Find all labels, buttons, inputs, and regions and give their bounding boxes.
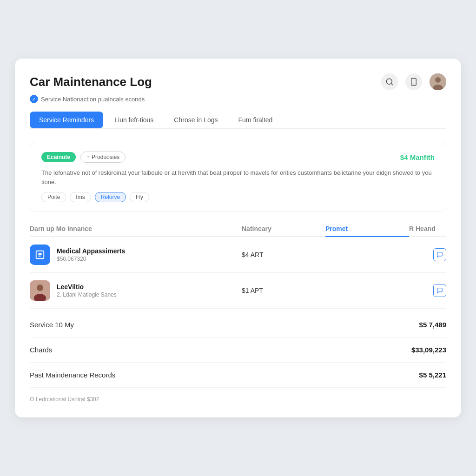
badge-outline-label: Produosies	[92, 154, 119, 160]
search-icon[interactable]	[381, 73, 398, 90]
svg-line-1	[391, 83, 392, 85]
row-action-1	[409, 248, 446, 261]
row-text-1: Medical Appassimerts $50.067320	[57, 247, 125, 262]
avatar[interactable]	[430, 73, 446, 90]
badges: Ecainute + Produosies	[41, 152, 126, 163]
summary-value-2: $33,09,223	[411, 346, 446, 354]
row-identity-2: LeeViltio 2. Ldanl Matlogie Sanes	[30, 280, 242, 301]
col-natincary: Natincary	[242, 225, 325, 232]
footer-text: O Ledrcational Usntral $302	[30, 396, 446, 403]
filter-tags: Poite Ims Relorve Fly	[41, 192, 435, 202]
summary-row-1: Service 10 My $5 7,489	[30, 312, 446, 337]
price-label: $4 Manfith	[400, 153, 435, 161]
row-icon-1	[30, 245, 50, 265]
content-header: Ecainute + Produosies $4 Manfith	[41, 152, 435, 163]
description-text: The lefonatrve not of reskiroinat your f…	[41, 168, 435, 186]
row-natincary-2: $1 APT	[242, 287, 325, 294]
tab-chose[interactable]: Chrose in Logs	[165, 112, 227, 128]
summary-label-3: Past Maindenance Records	[30, 371, 115, 379]
page-title: Car Maintenance Log	[30, 75, 152, 89]
tabs-bar: Service Reminders Liun fefr·tious Chrose…	[30, 112, 446, 129]
tab-fum[interactable]: Fum firalted	[229, 112, 282, 128]
subtitle-check-icon: ✓	[30, 95, 38, 103]
row-name-1: Medical Appassimerts	[57, 247, 125, 255]
filter-tag-ims[interactable]: Ims	[70, 192, 91, 202]
row-sub-2: 2. Ldanl Matlogie Sanes	[57, 291, 117, 298]
table-row: LeeViltio 2. Ldanl Matlogie Sanes $1 APT	[30, 273, 446, 309]
filter-tag-relorve[interactable]: Relorve	[95, 192, 126, 202]
col-promet[interactable]: Promet	[325, 225, 409, 237]
header-icons	[381, 73, 446, 90]
row-natincary-1: $4 ART	[242, 251, 325, 258]
svg-point-5	[435, 77, 441, 83]
notification-icon[interactable]	[405, 73, 422, 90]
avatar-image	[430, 73, 446, 90]
row-text-2: LeeViltio 2. Ldanl Matlogie Sanes	[57, 283, 117, 298]
col-heand: R Heand	[409, 225, 446, 232]
summary-value-3: $5 5,221	[419, 371, 446, 379]
row-avatar-2	[30, 280, 50, 301]
badge-outline-icon: +	[86, 154, 90, 160]
summary-row-3: Past Maindenance Records $5 5,221	[30, 363, 446, 388]
chat-icon-1[interactable]	[433, 248, 446, 261]
main-card: Car Maintenance Log	[15, 59, 461, 417]
summary-label-1: Service 10 My	[30, 321, 74, 329]
table-header: Darn up Mo innance Natincary Promet R He…	[30, 219, 446, 237]
content-box: Ecainute + Produosies $4 Manfith The lef…	[30, 142, 446, 212]
subtitle-text: Service Nationaction puaincals econds	[41, 96, 145, 103]
row-action-2	[409, 284, 446, 297]
summary-rows: Service 10 My $5 7,489 Chards $33,09,223…	[30, 312, 446, 388]
row-name-2: LeeViltio	[57, 283, 117, 291]
col-name: Darn up Mo innance	[30, 225, 242, 232]
header: Car Maintenance Log	[30, 73, 446, 90]
subtitle-bar: ✓ Service Nationaction puaincals econds	[30, 95, 446, 103]
row-sub-1: $50.067320	[57, 256, 125, 262]
row-identity-1: Medical Appassimerts $50.067320	[30, 245, 242, 265]
filter-tag-poite[interactable]: Poite	[41, 192, 66, 202]
svg-point-12	[37, 284, 43, 291]
summary-row-2: Chards $33,09,223	[30, 337, 446, 363]
badge-outline[interactable]: + Produosies	[80, 152, 126, 163]
tab-liun[interactable]: Liun fefr·tious	[105, 112, 163, 128]
table-row: Medical Appassimerts $50.067320 $4 ART	[30, 237, 446, 273]
badge-green: Ecainute	[41, 152, 76, 162]
summary-value-1: $5 7,489	[419, 321, 446, 329]
filter-tag-fly[interactable]: Fly	[130, 192, 149, 202]
tab-service-reminders[interactable]: Service Reminders	[30, 112, 103, 128]
summary-label-2: Chards	[30, 346, 52, 354]
chat-icon-2[interactable]	[433, 284, 446, 297]
